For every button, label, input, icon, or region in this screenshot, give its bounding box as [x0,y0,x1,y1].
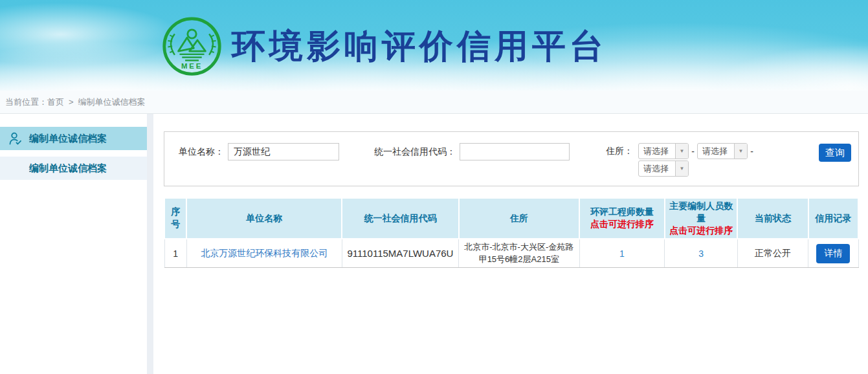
chevron-down-icon[interactable]: ▼ [675,161,688,176]
address-field: 住所： 请选择 ▼ - 请选择 ▼ - 请选择 ▼ [606,143,762,177]
brand: MEE 环境影响评价信用平台 [0,0,868,77]
sidebar-subitem-unit-credit-archive[interactable]: 编制单位诚信档案 [0,157,147,180]
sidebar-item-label: 编制单位诚信档案 [29,133,107,145]
cell-credit-record: 详情 [808,239,858,268]
col-header-staff-title: 主要编制人员数量 [669,201,733,223]
breadcrumb-prefix: 当前位置： [5,97,47,107]
sidebar-divider [147,114,153,374]
credit-code-field: 统一社会信用代码： [374,143,570,160]
address-district-select[interactable]: 请选择 ▼ [638,160,689,177]
credit-code-input[interactable] [460,143,570,160]
cell-address: 北京市-北京市-大兴区-金苑路甲15号6幢2层A215室 [459,239,580,268]
col-header-staff-count[interactable]: 主要编制人员数量点击可进行排序 [665,198,738,239]
company-name-label: 单位名称： [179,146,224,158]
site-header: MEE 环境影响评价信用平台 [0,0,868,91]
credit-code-label: 统一社会信用代码： [374,146,456,158]
address-label: 住所： [606,143,633,159]
user-check-icon [8,131,23,146]
content-area: 编制单位诚信档案 编制单位诚信档案 单位名称： 统一社会信用代码： 住所： 请选… [0,114,868,374]
table-row: 1 北京万源世纪环保科技有限公司 91110115MA7LWUA76U 北京市-… [164,239,858,268]
cell-index: 1 [164,239,186,268]
address-province-value: 请选择 [639,144,675,159]
results-table: 序号 单位名称 统一社会信用代码 住所 环评工程师数量点击可进行排序 主要编制人… [164,197,859,268]
col-header-status: 当前状态 [737,198,808,239]
table-header-row: 序号 单位名称 统一社会信用代码 住所 环评工程师数量点击可进行排序 主要编制人… [164,198,858,239]
chevron-down-icon[interactable]: ▼ [675,144,688,159]
col-header-engineer-title: 环评工程师数量 [590,206,654,217]
address-city-select[interactable]: 请选择 ▼ [697,143,748,159]
col-header-credit-record: 信用记录 [808,198,858,239]
company-link[interactable]: 北京万源世纪环保科技有限公司 [201,248,328,258]
col-header-credit-code: 统一社会信用代码 [342,198,458,239]
detail-button[interactable]: 详情 [816,244,850,263]
sidebar: 编制单位诚信档案 编制单位诚信档案 [0,114,147,374]
col-header-address: 住所 [459,198,580,239]
query-button[interactable]: 查询 [819,144,851,162]
sort-hint[interactable]: 点击可进行排序 [583,218,662,230]
breadcrumb-separator: > [69,97,74,107]
company-name-field: 单位名称： [179,143,339,160]
address-selects: 请选择 ▼ - 请选择 ▼ - 请选择 ▼ [638,143,762,177]
company-name-input[interactable] [228,143,339,160]
cell-credit-code: 91110115MA7LWUA76U [342,239,458,268]
address-district-value: 请选择 [639,161,675,176]
address-city-value: 请选择 [698,144,734,159]
cell-company: 北京万源世纪环保科技有限公司 [186,239,342,268]
breadcrumb: 当前位置：首页>编制单位诚信档案 [0,91,868,114]
site-title: 环境影响评价信用平台 [232,16,607,77]
cell-engineer-count: 1 [579,239,665,268]
col-header-engineer-count[interactable]: 环评工程师数量点击可进行排序 [579,198,665,239]
main-panel: 单位名称： 统一社会信用代码： 住所： 请选择 ▼ - 请选择 ▼ [153,114,868,374]
address-province-select[interactable]: 请选择 ▼ [638,143,689,159]
address-dash: - [748,146,756,157]
chevron-down-icon[interactable]: ▼ [734,144,747,159]
sidebar-subitem-label: 编制单位诚信档案 [29,162,107,175]
cell-staff-count: 3 [665,239,738,268]
col-header-index: 序号 [164,198,186,239]
sort-hint[interactable]: 点击可进行排序 [668,225,735,237]
engineer-count-link[interactable]: 1 [619,248,625,259]
address-dash: - [689,146,697,157]
breadcrumb-current: 编制单位诚信档案 [78,97,146,107]
staff-count-link[interactable]: 3 [698,248,704,259]
breadcrumb-home-link[interactable]: 首页 [47,97,64,107]
logo-mee-text: MEE [181,62,203,70]
sidebar-item-unit-credit-archive[interactable]: 编制单位诚信档案 [0,127,147,150]
col-header-company: 单位名称 [186,198,342,239]
search-panel: 单位名称： 统一社会信用代码： 住所： 请选择 ▼ - 请选择 ▼ [164,131,859,186]
cell-status: 正常公开 [737,239,808,268]
mee-logo-icon: MEE [161,16,223,77]
